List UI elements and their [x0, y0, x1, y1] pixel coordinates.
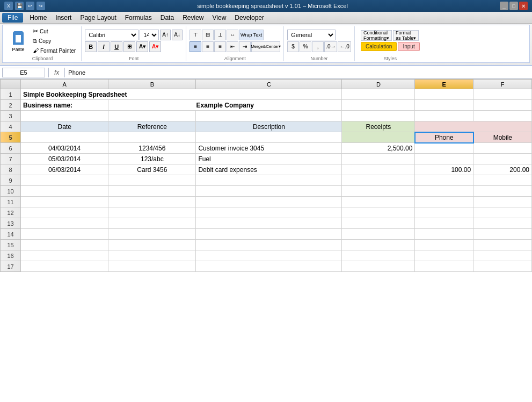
format-painter-button[interactable]: 🖌 Format Painter: [31, 46, 78, 55]
cell-F5[interactable]: Mobile: [473, 132, 532, 143]
quick-access-save[interactable]: 💾: [15, 2, 24, 10]
cell-E2[interactable]: [415, 100, 473, 111]
cell-A8[interactable]: 06/03/2014: [21, 164, 108, 175]
col-header-E[interactable]: E: [415, 80, 473, 89]
cell-B3[interactable]: [108, 111, 196, 121]
cell-A3[interactable]: [21, 111, 108, 121]
font-name-select[interactable]: Calibri: [85, 30, 139, 40]
calculation-badge[interactable]: Calculation: [361, 42, 397, 51]
align-top-button[interactable]: ⊤: [190, 30, 201, 40]
cell-E6[interactable]: [415, 143, 473, 154]
format-as-table-button[interactable]: Formatas Table▾: [393, 30, 419, 41]
cell-D8[interactable]: [342, 164, 415, 175]
cell-E7[interactable]: [415, 154, 473, 164]
col-header-C[interactable]: C: [196, 80, 342, 89]
cell-D6[interactable]: 2,500.00: [342, 143, 415, 154]
title-cell[interactable]: Simple Bookkeeping Spreadsheet: [21, 89, 342, 100]
quick-access-undo[interactable]: ↩: [26, 2, 34, 10]
menu-file[interactable]: File: [2, 13, 23, 23]
cell-B6[interactable]: 1234/456: [108, 143, 196, 154]
menu-page-layout[interactable]: Page Layout: [76, 13, 120, 23]
menu-view[interactable]: View: [208, 13, 231, 23]
cell-E5[interactable]: Phone: [415, 132, 473, 143]
menu-formulas[interactable]: Formulas: [121, 13, 156, 23]
cell-D4[interactable]: Receipts: [342, 121, 415, 132]
cell-A5[interactable]: [21, 132, 108, 143]
cell-A6[interactable]: 04/03/2014: [21, 143, 108, 154]
cut-button[interactable]: ✂ Cut: [31, 26, 78, 36]
col-header-B[interactable]: B: [108, 80, 196, 89]
quick-access-redo[interactable]: ↪: [37, 2, 45, 10]
fill-color-button[interactable]: A▾: [136, 41, 148, 52]
align-middle-button[interactable]: ⊟: [202, 30, 214, 40]
increase-indent-button[interactable]: ⇥: [239, 41, 251, 52]
col-header-A[interactable]: A: [21, 80, 108, 89]
spreadsheet-area[interactable]: A B C D E F 1 Simple Bookkeeping Spreads…: [0, 79, 532, 402]
cell-C7[interactable]: Fuel: [196, 154, 342, 164]
cell-C5[interactable]: [196, 132, 342, 143]
wrap-text-button[interactable]: Wrap Text: [239, 30, 264, 40]
input-badge[interactable]: Input: [398, 42, 419, 51]
cell-C6[interactable]: Customer invoice 3045: [196, 143, 342, 154]
increase-decimal-button[interactable]: .0→: [324, 41, 337, 52]
font-size-increase[interactable]: A↑: [160, 30, 171, 40]
cell-A2[interactable]: Business name:: [21, 100, 108, 111]
conditional-formatting-button[interactable]: ConditionalFormatting▾: [361, 30, 392, 41]
percent-button[interactable]: %: [300, 41, 311, 52]
cell-ref-input[interactable]: [2, 68, 45, 77]
cell-F2[interactable]: [473, 100, 532, 111]
menu-insert[interactable]: Insert: [51, 13, 76, 23]
comma-button[interactable]: ,: [312, 41, 324, 52]
underline-button[interactable]: U: [111, 41, 122, 52]
cell-C4[interactable]: Description: [196, 121, 342, 132]
decrease-indent-button[interactable]: ⇤: [227, 41, 238, 52]
align-center-button[interactable]: ≡: [202, 41, 214, 52]
align-left-button[interactable]: ≡: [190, 41, 201, 52]
cell-B4[interactable]: Reference: [108, 121, 196, 132]
cell-B5[interactable]: [108, 132, 196, 143]
cell-F8[interactable]: 200.00: [473, 164, 532, 175]
cell-A7[interactable]: 05/03/2014: [21, 154, 108, 164]
cell-E4[interactable]: [415, 121, 532, 132]
cell-D3[interactable]: [342, 111, 415, 121]
paste-button[interactable]: Paste: [7, 28, 30, 54]
font-size-decrease[interactable]: A↓: [172, 30, 183, 40]
menu-developer[interactable]: Developer: [230, 13, 268, 23]
cell-F6[interactable]: [473, 143, 532, 154]
cell-D1[interactable]: [342, 89, 415, 100]
font-color-button[interactable]: A▾: [149, 41, 161, 52]
formula-input[interactable]: [68, 68, 530, 77]
cell-D5[interactable]: [342, 132, 415, 143]
cell-F7[interactable]: [473, 154, 532, 164]
cell-E8[interactable]: 100.00: [415, 164, 473, 175]
align-bottom-button[interactable]: ⊥: [214, 30, 226, 40]
text-direction-button[interactable]: ↔: [227, 30, 238, 40]
bold-button[interactable]: B: [85, 41, 97, 52]
accounting-format-button[interactable]: $: [287, 41, 299, 52]
cell-E1[interactable]: [415, 89, 473, 100]
cell-B7[interactable]: 123/abc: [108, 154, 196, 164]
merge-center-button[interactable]: Merge&Center▾: [251, 41, 280, 52]
menu-review[interactable]: Review: [178, 13, 208, 23]
cell-F3[interactable]: [473, 111, 532, 121]
copy-button[interactable]: ⧉ Copy: [31, 37, 78, 46]
cell-E3[interactable]: [415, 111, 473, 121]
cell-C3[interactable]: [196, 111, 342, 121]
cell-B2[interactable]: Example Company: [108, 100, 342, 111]
menu-home[interactable]: Home: [25, 13, 51, 23]
cell-C8[interactable]: Debit card expenses: [196, 164, 342, 175]
col-header-D[interactable]: D: [342, 80, 415, 89]
col-header-F[interactable]: F: [473, 80, 532, 89]
align-right-button[interactable]: ≡: [214, 41, 226, 52]
cell-D7[interactable]: [342, 154, 415, 164]
cell-B8[interactable]: Card 3456: [108, 164, 196, 175]
number-format-select[interactable]: General: [287, 30, 336, 40]
decrease-decimal-button[interactable]: ←.0: [338, 41, 351, 52]
cell-F1[interactable]: [473, 89, 532, 100]
cell-D2[interactable]: [342, 100, 415, 111]
cell-A4[interactable]: Date: [21, 121, 108, 132]
menu-data[interactable]: Data: [156, 13, 178, 23]
border-button[interactable]: ⊞: [123, 41, 135, 52]
italic-button[interactable]: I: [98, 41, 110, 52]
font-size-select[interactable]: 14: [140, 30, 159, 40]
